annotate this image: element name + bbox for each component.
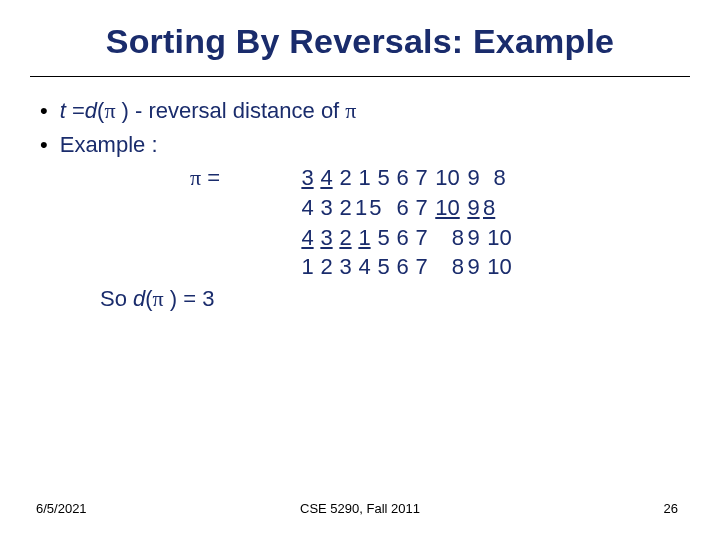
pi-symbol: π bbox=[104, 98, 115, 123]
bullet-1-text: t =d(π ) - reversal distance of π bbox=[60, 96, 357, 126]
cell: 2 bbox=[317, 252, 336, 282]
cell: 9 bbox=[464, 193, 483, 223]
cell: 5 bbox=[374, 223, 393, 253]
cell: 4 bbox=[298, 223, 317, 253]
cell: 2 bbox=[336, 223, 355, 253]
cell: 3 bbox=[298, 163, 317, 193]
bullet-dot: • bbox=[40, 130, 48, 160]
cell: 1 bbox=[355, 223, 374, 253]
slide-title: Sorting By Reversals: Example bbox=[0, 22, 720, 61]
cell: 7 bbox=[412, 223, 431, 253]
title-rule bbox=[30, 76, 690, 77]
cell: 8 bbox=[431, 223, 464, 253]
cell: 8 bbox=[431, 252, 464, 282]
pi-symbol: π bbox=[153, 286, 164, 311]
slide-body: • t =d(π ) - reversal distance of π • Ex… bbox=[40, 96, 680, 314]
tight-cell: 15 bbox=[355, 193, 374, 223]
cell: 10 bbox=[431, 163, 464, 193]
cell: 6 bbox=[393, 223, 412, 253]
bullet-2: • Example : bbox=[40, 130, 680, 160]
cell: 6 bbox=[393, 252, 412, 282]
cell: 10 bbox=[431, 193, 464, 223]
permutation-row-3: 43215678910 bbox=[190, 223, 680, 253]
cell: 10 bbox=[483, 252, 516, 282]
pi-symbol: π bbox=[345, 98, 356, 123]
cell: 5 bbox=[374, 163, 393, 193]
txt: = bbox=[66, 98, 85, 123]
cell: 7 bbox=[412, 252, 431, 282]
bullet-2-text: Example : bbox=[60, 130, 158, 160]
cell: 4 bbox=[355, 252, 374, 282]
cell: 10 bbox=[483, 223, 516, 253]
cell: 3 bbox=[317, 223, 336, 253]
bullet-dot: • bbox=[40, 96, 48, 126]
cell-val: 5 bbox=[369, 195, 380, 220]
cell: 8 bbox=[483, 193, 516, 223]
cell: 9 bbox=[464, 163, 483, 193]
cell: 6 bbox=[393, 193, 412, 223]
cell: 8 bbox=[483, 163, 516, 193]
cell: 2 bbox=[336, 163, 355, 193]
cell: 4 bbox=[298, 193, 317, 223]
cell: 1 bbox=[298, 252, 317, 282]
cell: 9 bbox=[464, 252, 483, 282]
footer-course: CSE 5290, Fall 2011 bbox=[0, 501, 720, 516]
permutation-row-2: 43215671098 bbox=[190, 193, 680, 223]
cell: 1 bbox=[355, 163, 374, 193]
so-line: So d(π ) = 3 bbox=[100, 284, 680, 314]
cell: 2 bbox=[336, 193, 355, 223]
cell: 7 bbox=[412, 163, 431, 193]
cell: 6 bbox=[393, 163, 412, 193]
so-tail: ) = 3 bbox=[164, 286, 215, 311]
d-var: d bbox=[85, 98, 97, 123]
pi-symbol: π bbox=[190, 165, 201, 190]
cell: 3 bbox=[317, 193, 336, 223]
so-text: So bbox=[100, 286, 133, 311]
cell-val: 1 bbox=[355, 195, 366, 220]
bullet-1: • t =d(π ) - reversal distance of π bbox=[40, 96, 680, 126]
perm-row-nums: 12345678910 bbox=[298, 254, 516, 279]
cell: 7 bbox=[412, 193, 431, 223]
perm-row-nums: 34215671098 bbox=[298, 163, 516, 193]
perm-row-nums: 43215671098 bbox=[298, 195, 516, 220]
perm-row-nums: 43215678910 bbox=[298, 225, 516, 250]
permutation-row-4: 12345678910 bbox=[190, 252, 680, 282]
footer-page-number: 26 bbox=[664, 501, 678, 516]
cell: 3 bbox=[336, 252, 355, 282]
txt: ) - reversal distance of bbox=[115, 98, 345, 123]
permutation-row-1: π = 34215671098 bbox=[190, 163, 680, 193]
cell: 9 bbox=[464, 223, 483, 253]
lparen: ( bbox=[145, 286, 152, 311]
d-var: d bbox=[133, 286, 145, 311]
cell: 4 bbox=[317, 163, 336, 193]
cell: 5 bbox=[374, 252, 393, 282]
equals: = bbox=[201, 165, 220, 190]
perm-lead: π = bbox=[190, 163, 298, 193]
